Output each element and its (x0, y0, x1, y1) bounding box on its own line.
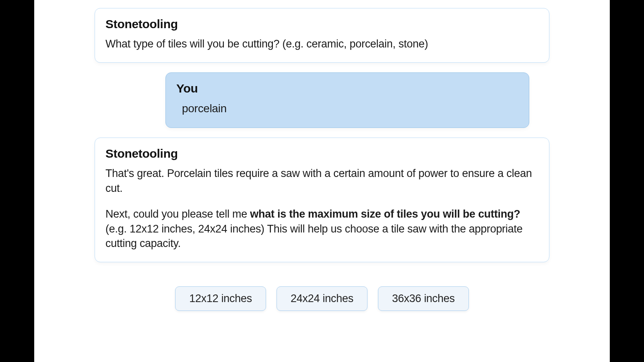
quick-reply-36x36[interactable]: 36x36 inches (378, 286, 469, 311)
message-text: porcelain (176, 101, 518, 116)
chat-stage: Stonetooling What type of tiles will you… (34, 0, 610, 362)
message-text: What type of tiles will you be cutting? … (105, 37, 539, 51)
user-message-1: You porcelain (165, 72, 529, 128)
speaker-label: Stonetooling (105, 17, 539, 31)
quick-reply-12x12[interactable]: 12x12 inches (175, 286, 266, 311)
message-line: That's great. Porcelain tiles require a … (105, 167, 532, 194)
message-emphasis: what is the maximum size of tiles you wi… (250, 208, 520, 220)
speaker-label: You (176, 82, 518, 95)
speaker-label: Stonetooling (105, 147, 539, 160)
quick-reply-row: 12x12 inches 24x24 inches 36x36 inches (95, 286, 549, 311)
message-segment: (e.g. 12x12 inches, 24x24 inches) This w… (105, 223, 522, 249)
message-text: That's great. Porcelain tiles require a … (105, 166, 539, 251)
message-segment: Next, could you please tell me (105, 208, 250, 220)
quick-reply-24x24[interactable]: 24x24 inches (277, 286, 367, 311)
assistant-message-1: Stonetooling What type of tiles will you… (95, 8, 549, 63)
chat-thread: Stonetooling What type of tiles will you… (95, 8, 549, 311)
assistant-message-2: Stonetooling That's great. Porcelain til… (95, 138, 549, 262)
